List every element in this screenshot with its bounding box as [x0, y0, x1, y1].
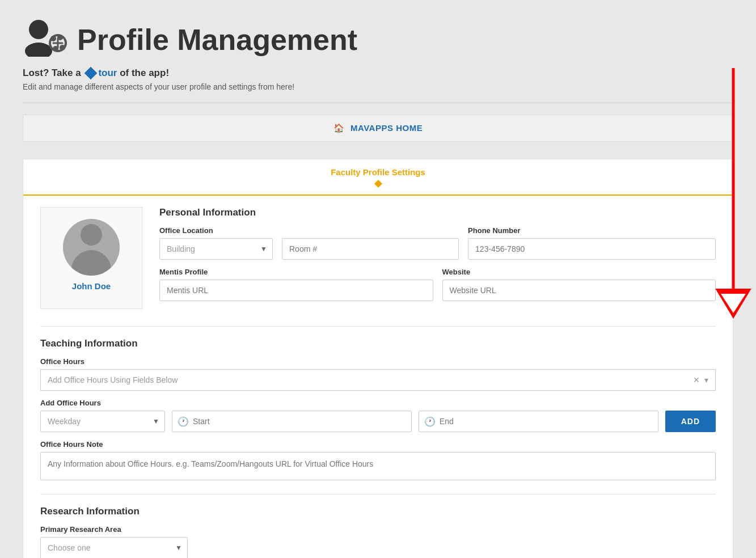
svg-point-8 [53, 46, 58, 52]
tour-link[interactable]: tour [98, 67, 117, 78]
home-icon: 🏠 [333, 123, 345, 133]
svg-point-10 [50, 36, 56, 41]
primary-research-label: Primary Research Area [40, 525, 716, 534]
note-label: Office Hours Note [40, 440, 716, 449]
office-location-row: Office Location Building ▼ Room [159, 226, 716, 260]
card-body: John Doe Personal Information Office Loc… [23, 196, 733, 558]
tour-diamond-icon [85, 66, 98, 79]
dropdown-icon[interactable]: ▾ [704, 375, 708, 384]
research-section: Research Information Primary Research Ar… [40, 506, 716, 558]
primary-research-select[interactable]: Choose one [40, 537, 188, 558]
office-hours-actions: ✕ ▾ [693, 375, 708, 384]
weekday-select-wrapper: Weekday Monday Tuesday Wednesday Thursda… [40, 411, 165, 432]
clear-icon[interactable]: ✕ [693, 375, 700, 384]
office-hours-select[interactable]: Add Office Hours Using Fields Below ✕ ▾ [40, 369, 716, 391]
mentis-label: Mentis Profile [159, 268, 433, 276]
office-hours-label: Office Hours [40, 357, 716, 366]
mavapps-home-link[interactable]: 🏠 MAVAPPS HOME [333, 123, 423, 133]
room-group: Room [282, 226, 459, 260]
page-wrapper: Profile Management Lost? Take a tour of … [0, 0, 756, 558]
website-label: Website [442, 268, 716, 276]
user-name: John Doe [47, 281, 136, 291]
website-group: Website [442, 268, 716, 301]
start-time-icon: 🕐 [178, 416, 189, 427]
phone-input[interactable] [468, 238, 716, 260]
profile-section: John Doe Personal Information Office Loc… [40, 207, 716, 309]
office-location-label: Office Location [159, 226, 273, 235]
add-office-hours-row: Weekday Monday Tuesday Wednesday Thursda… [40, 411, 716, 432]
avatar-head [81, 224, 102, 246]
building-group: Office Location Building ▼ [159, 226, 273, 260]
office-hours-note-section: Office Hours Note [40, 440, 716, 483]
mentis-group: Mentis Profile [159, 268, 433, 301]
avatar [63, 219, 120, 276]
add-office-hours-label: Add Office Hours [40, 399, 716, 407]
svg-point-9 [60, 45, 65, 50]
research-heading: Research Information [40, 506, 716, 517]
tab-diamond-indicator [374, 180, 382, 188]
tour-prompt-line: Lost? Take a tour of the app! [23, 67, 733, 79]
start-time-input[interactable] [172, 411, 412, 432]
header-divider [23, 103, 733, 103]
card-tab-label: Faculty Profile Settings [331, 167, 425, 177]
card-tab: Faculty Profile Settings [23, 159, 733, 196]
avatar-body [71, 250, 111, 276]
weekday-select[interactable]: Weekday Monday Tuesday Wednesday Thursda… [40, 411, 165, 432]
teaching-heading: Teaching Information [40, 338, 716, 349]
end-time-icon: 🕐 [424, 416, 436, 427]
svg-point-4 [25, 43, 52, 57]
personal-info-heading: Personal Information [159, 207, 716, 218]
profile-management-icon [23, 17, 68, 62]
primary-research-select-wrapper: Choose one ▼ [40, 537, 188, 558]
note-textarea[interactable] [40, 452, 716, 480]
website-input[interactable] [442, 280, 716, 301]
avatar-figure [71, 224, 111, 276]
avatar-block: John Doe [40, 207, 142, 309]
main-card: Faculty Profile Settings John Doe [23, 159, 733, 558]
start-time-group: 🕐 [172, 411, 412, 432]
page-title: Profile Management [77, 23, 357, 57]
room-input[interactable] [282, 238, 459, 260]
building-select-wrapper: Building ▼ [159, 238, 273, 260]
phone-label: Phone Number [468, 226, 716, 235]
office-hours-placeholder: Add Office Hours Using Fields Below [48, 375, 178, 384]
end-time-input[interactable] [419, 411, 658, 432]
page-subtitle: Edit and manage different aspects of you… [23, 82, 733, 91]
building-select[interactable]: Building [159, 238, 273, 260]
add-button[interactable]: ADD [665, 411, 716, 432]
end-time-group: 🕐 [419, 411, 658, 432]
mentis-website-row: Mentis Profile Website [159, 268, 716, 301]
personal-info-panel: Personal Information Office Location Bui… [159, 207, 716, 309]
svg-point-3 [29, 20, 48, 39]
mentis-input[interactable] [159, 280, 433, 301]
section-divider-2 [40, 494, 716, 494]
svg-point-7 [57, 35, 63, 40]
phone-group: Phone Number [468, 226, 716, 260]
section-divider-1 [40, 326, 716, 327]
header-area: Profile Management [23, 17, 733, 62]
nav-bar: 🏠 MAVAPPS HOME [23, 115, 733, 142]
teaching-section: Teaching Information Office Hours Add Of… [40, 338, 716, 483]
